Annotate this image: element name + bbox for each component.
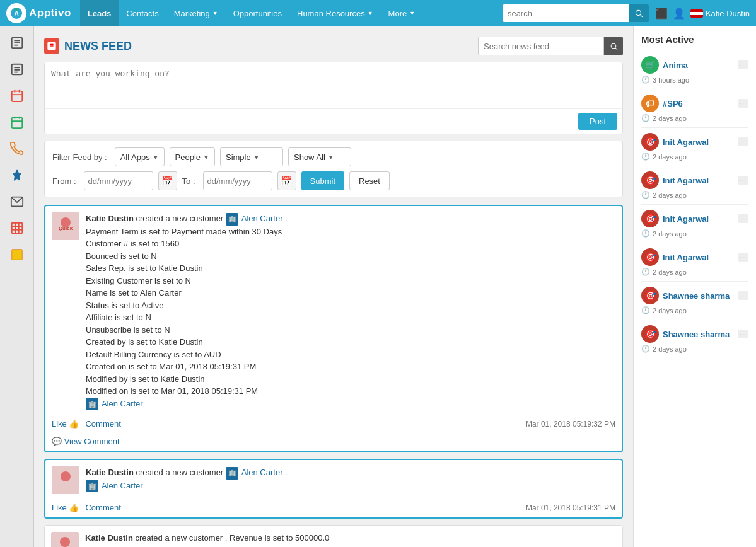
view-comment-link-1[interactable]: View Comment (64, 437, 120, 446)
active-name-3[interactable]: Init Agarwal (663, 176, 734, 185)
active-more-5[interactable]: ··· (738, 253, 748, 262)
like-button-1[interactable]: Like 👍 (52, 419, 79, 429)
nav-opportunities[interactable]: Opportunities (226, 0, 289, 26)
active-more-7[interactable]: ··· (738, 330, 748, 338)
active-name-6[interactable]: Shawnee sharma (663, 291, 734, 301)
right-panel-title: Most Active (641, 34, 748, 45)
clock-icon-4: 🕐 (641, 229, 650, 238)
comment-button-2[interactable]: Comment (85, 503, 120, 512)
news-feed-icon (44, 38, 59, 54)
active-name-0[interactable]: Anima (663, 60, 734, 70)
feed-detail-1-2: Bounced is set to N (86, 251, 157, 261)
post-textarea[interactable] (45, 62, 622, 107)
active-time-text-2: 2 days ago (653, 153, 687, 161)
svg-rect-17 (11, 118, 22, 129)
feed-avatar-2 (52, 466, 79, 494)
active-time-3: 🕐 2 days ago (641, 191, 748, 199)
all-apps-label: All Apps (120, 153, 150, 162)
content-area: NEWS FEED Post Filter Feed by : All Apps (34, 26, 633, 547)
feed-card-2-inner: Katie Dustin created a new customer 🏢 Al… (45, 460, 622, 500)
clock-icon-3: 🕐 (641, 191, 650, 199)
active-more-4[interactable]: ··· (738, 214, 748, 223)
svg-rect-22 (11, 223, 22, 234)
active-name-2[interactable]: Init Agarwal (663, 137, 734, 147)
feed-text-3: Katie Dustin created a new customer . Re… (85, 532, 616, 547)
like-button-2[interactable]: Like 👍 (52, 503, 79, 512)
active-name-4[interactable]: Init Agarwal (663, 214, 734, 224)
feed-content-2: Katie Dustin created a new customer 🏢 Al… (86, 466, 615, 494)
notifications-icon[interactable]: ⬛ (655, 8, 668, 20)
right-panel: Most Active 🛒 Anima ··· 🕐 3 hours ago 🏷 … (633, 26, 756, 547)
search-button[interactable] (629, 4, 649, 22)
sidebar-item-email[interactable] (3, 189, 31, 214)
sidebar (0, 26, 34, 547)
sidebar-item-calendar2[interactable] (3, 110, 31, 135)
news-search-input[interactable] (478, 37, 604, 55)
post-button[interactable]: Post (578, 113, 617, 130)
feed-author-1: Katie Dustin (86, 214, 134, 223)
clock-icon-0: 🕐 (641, 76, 650, 84)
feed-detail-1-8: Unsubscribe is set to N (86, 325, 170, 335)
all-apps-dropdown[interactable]: All Apps ▼ (115, 147, 165, 166)
active-name-1[interactable]: #SP6 (663, 99, 734, 108)
nav-more[interactable]: More▼ (381, 0, 423, 26)
filter-row2: From : 📅 To : 📅 Submit Reset (52, 171, 615, 190)
people-dropdown[interactable]: People ▼ (170, 147, 215, 166)
active-more-3[interactable]: ··· (738, 176, 748, 185)
active-time-0: 🕐 3 hours ago (641, 76, 748, 84)
active-avatar-6: 🎯 (641, 287, 659, 304)
active-more-2[interactable]: ··· (738, 137, 748, 146)
sidebar-item-notes[interactable] (3, 30, 31, 55)
submit-button[interactable]: Submit (301, 171, 344, 190)
nav-marketing[interactable]: Marketing▼ (166, 0, 226, 26)
feed-detail-1-3: Sales Rep. is set to Katie Dustin (86, 263, 203, 273)
from-calendar-button[interactable]: 📅 (158, 171, 177, 190)
reset-button[interactable]: Reset (349, 171, 390, 190)
comment-button-1[interactable]: Comment (85, 419, 120, 429)
user-icon[interactable]: 👤 (673, 8, 685, 20)
active-item-5: 🎯 Init Agarwal ··· 🕐 2 days ago (641, 243, 748, 282)
active-more-1[interactable]: ··· (738, 99, 748, 108)
sidebar-item-phone[interactable] (3, 136, 31, 161)
active-item-row-1: 🏷 #SP6 ··· (641, 95, 748, 112)
main-layout: NEWS FEED Post Filter Feed by : All Apps (34, 26, 756, 547)
logo-circle: A (6, 3, 26, 23)
sidebar-item-table[interactable] (3, 216, 31, 241)
active-more-6[interactable]: ··· (738, 291, 748, 300)
feed-action-1: created a new customer (136, 214, 225, 223)
show-all-dropdown[interactable]: Show All ▼ (288, 147, 351, 166)
to-date-input[interactable] (203, 171, 272, 190)
svg-text:A: A (14, 10, 18, 17)
logo[interactable]: A Apptivo (6, 3, 71, 23)
active-item-4: 🎯 Init Agarwal ··· 🕐 2 days ago (641, 205, 748, 243)
sidebar-item-sticky[interactable] (3, 242, 31, 267)
feed-text-2: Katie Dustin created a new customer 🏢 Al… (86, 466, 615, 492)
feed-footer-link-2[interactable]: Alen Carter (102, 481, 143, 490)
nav-contacts[interactable]: Contacts (119, 0, 166, 26)
active-name-5[interactable]: Init Agarwal (663, 253, 734, 262)
sidebar-item-list[interactable] (3, 57, 31, 82)
active-name-7[interactable]: Shawnee sharma (663, 330, 734, 339)
sidebar-item-pin[interactable] (3, 163, 31, 188)
show-all-label: Show All (294, 153, 325, 162)
feed-detail-1-1: Customer # is set to 1560 (86, 239, 179, 248)
feed-customer-link-2[interactable]: Alen Carter . (241, 468, 288, 477)
from-date-input[interactable] (84, 171, 153, 190)
active-item-6: 🎯 Shawnee sharma ··· 🕐 2 days ago (641, 282, 748, 320)
feed-footer-link-1[interactable]: Alen Carter (102, 399, 143, 408)
search-input[interactable] (503, 4, 629, 22)
to-calendar-button[interactable]: 📅 (277, 171, 296, 190)
user-name: Katie Dustin (706, 9, 750, 18)
feed-detail-1-0: Payment Term is set to Payment made with… (86, 227, 282, 236)
feed-customer-link-1[interactable]: Alen Carter . (241, 214, 288, 223)
active-more-0[interactable]: ··· (738, 60, 748, 69)
svg-point-35 (61, 217, 71, 227)
nav-leads[interactable]: Leads (80, 0, 119, 26)
feed-avatar-img-1: Quick (52, 212, 79, 240)
feed-avatar-3 (51, 532, 79, 547)
nav-hr[interactable]: Human Resources▼ (289, 0, 381, 26)
simple-dropdown[interactable]: Simple ▼ (220, 147, 283, 166)
clock-icon-6: 🕐 (641, 306, 650, 314)
news-search-button[interactable] (604, 37, 623, 55)
sidebar-item-calendar[interactable] (3, 83, 31, 108)
